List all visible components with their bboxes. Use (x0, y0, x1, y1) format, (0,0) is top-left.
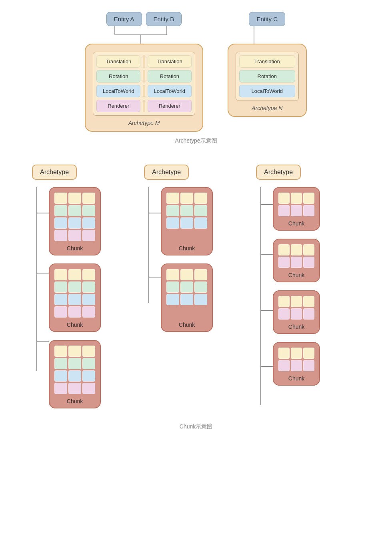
chunk-card-2-1: Chunk (161, 187, 213, 255)
chunk-cell (54, 193, 67, 204)
chunk-cell (291, 308, 302, 320)
chunk-cell (82, 346, 95, 357)
col1-archetype: Archetype (28, 165, 140, 408)
archetype-n-group: Entity C Translation Rotation LocalToWor… (227, 12, 307, 117)
comp-translation-n: Translation (239, 55, 295, 68)
chunk-cell (82, 217, 95, 229)
comp-rotation-n: Rotation (239, 70, 295, 82)
chunk-cell (180, 269, 193, 280)
diagram1-main: Entity A Entity B Translation Trans (85, 12, 307, 132)
archetype-label-3: Archetype (256, 165, 301, 180)
comp-row-translation: Translation Translation (96, 55, 192, 68)
chunk-cell (68, 346, 81, 357)
chunk-cell (278, 308, 290, 320)
chunk-grid-3-2 (278, 244, 314, 268)
chunk-grid-1-2 (54, 269, 95, 318)
chunk-cell (166, 294, 179, 305)
chunk-grid-1-3 (54, 346, 95, 394)
chunk-cell (54, 306, 67, 318)
comp-renderer-a: Renderer (96, 100, 140, 112)
divider-v-4 (144, 100, 144, 112)
chunk-cell (82, 358, 95, 369)
comp-ltw-n: LocalToWorld (239, 85, 295, 97)
chunk-cell (180, 294, 193, 305)
chunk-cell (68, 358, 81, 369)
chunk-cell (166, 205, 179, 216)
entity-b-box: Entity B (146, 12, 182, 26)
archetype-n-table: Translation Rotation LocalToWorld (236, 52, 299, 101)
archetype-label-1: Archetype (32, 165, 77, 180)
chunk-cell (82, 193, 95, 204)
chunk-cell (68, 294, 81, 305)
chunk-cell (278, 205, 290, 216)
chunk-card-2-2: Chunk (161, 263, 213, 332)
chunk-cell (303, 348, 314, 359)
chunk-card-3-1: Chunk (273, 187, 320, 231)
chunk-cell (303, 205, 314, 216)
diagram2: Archetype (16, 165, 376, 430)
comp-translation-b: Translation (148, 55, 192, 68)
comp-rotation-b: Rotation (148, 70, 192, 82)
chunk-cell (303, 193, 314, 204)
entity-pair-m: Entity A Entity B (106, 12, 182, 26)
archetype-m-table: Translation Translation Rotation Rotatio… (93, 52, 195, 116)
chunk-cell (278, 296, 290, 307)
chunk-cell (303, 308, 314, 320)
chunk-label-3-4: Chunk (288, 375, 304, 382)
chunk-cell (166, 193, 179, 204)
chunk-cell (68, 370, 81, 382)
chunk-cell (278, 348, 290, 359)
chunk-grid-3-4 (278, 348, 314, 371)
chunk-cell (54, 205, 67, 216)
chunk-diagram-main: Archetype (16, 165, 376, 411)
comp-renderer-b: Renderer (148, 100, 192, 112)
chunk-grid-3-3 (278, 296, 314, 320)
chunk-cell (68, 193, 81, 204)
chunk-label-3-2: Chunk (288, 272, 304, 278)
comp-row-trans-n: Translation (239, 55, 295, 68)
chunk-cell (82, 205, 95, 216)
chunk-cell (303, 296, 314, 307)
chunk-grid-1-1 (54, 193, 95, 241)
col3-archetype: Archetype (252, 165, 364, 411)
chunk-cell (194, 205, 207, 216)
chunk-cell (54, 346, 67, 357)
chunk-cell (54, 370, 67, 382)
comp-row-rot-n: Rotation (239, 70, 295, 82)
comp-ltw-b: LocalToWorld (148, 85, 192, 97)
archetype-m-card: Translation Translation Rotation Rotatio… (85, 44, 203, 132)
chunk-cell (54, 269, 67, 280)
chunk-cell (194, 193, 207, 204)
col3-chunks: Chunk Chunk (273, 187, 320, 386)
chunk-card-3-4: Chunk (273, 342, 320, 386)
chunk-cell (82, 370, 95, 382)
chunk-cell (54, 230, 67, 241)
entity-c-box: Entity C (249, 12, 285, 26)
chunk-card-1-3: Chunk (49, 340, 101, 408)
chunk-cell (291, 360, 302, 371)
diagram1: Entity A Entity B Translation Trans (16, 12, 376, 145)
chunk-card-1-2: Chunk (49, 263, 101, 332)
chunk-cell (68, 217, 81, 229)
comp-row-ltw-n: LocalToWorld (239, 85, 295, 97)
chunk-label-3-3: Chunk (288, 324, 304, 330)
chunk-cell (82, 269, 95, 280)
archetype-label-2: Archetype (144, 165, 189, 180)
chunk-cell (82, 383, 95, 394)
archetype-m-group: Entity A Entity B Translation Trans (85, 12, 203, 132)
divider-v-2 (144, 70, 144, 82)
comp-row-rotation: Rotation Rotation (96, 70, 192, 82)
chunk-cell (194, 294, 207, 305)
divider-v (144, 55, 144, 68)
divider-v-3 (144, 85, 144, 97)
chunk-cell (278, 244, 290, 255)
chunk-cell (180, 193, 193, 204)
chunk-label-2-2: Chunk (179, 322, 195, 328)
chunk-cell (278, 193, 290, 204)
chunk-card-3-2: Chunk (273, 239, 320, 282)
chunk-cell (291, 205, 302, 216)
chunk-cell (82, 230, 95, 241)
chunk-cell (194, 282, 207, 293)
chunk-cell (291, 348, 302, 359)
chunk-card-3-3: Chunk (273, 290, 320, 334)
